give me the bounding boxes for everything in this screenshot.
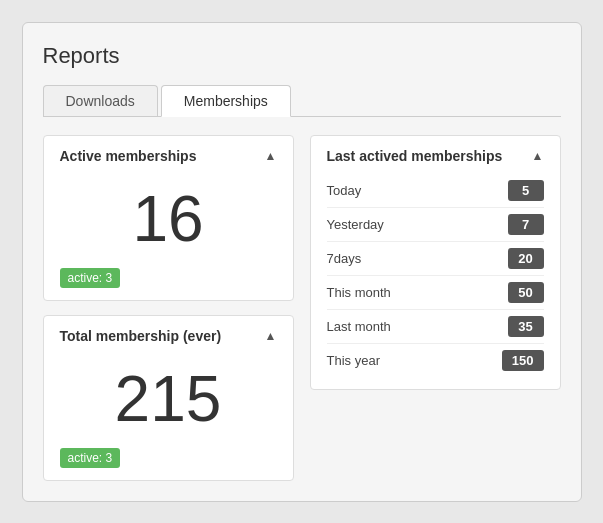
last-actived-title: Last actived memberships [327, 148, 503, 164]
list-item: Today 5 [327, 174, 544, 208]
active-memberships-badge: active: 3 [60, 268, 121, 288]
reports-container: Reports Downloads Memberships Active mem… [22, 22, 582, 502]
total-membership-badge: active: 3 [60, 448, 121, 468]
active-memberships-card: Active memberships ▲ 16 active: 3 [43, 135, 294, 301]
stats-value: 5 [508, 180, 544, 201]
list-item: 7days 20 [327, 242, 544, 276]
right-column: Last actived memberships ▲ Today 5 Yeste… [310, 135, 561, 481]
page-title: Reports [43, 43, 561, 69]
stats-label: Last month [327, 319, 391, 334]
total-membership-header: Total membership (ever) ▲ [60, 328, 277, 344]
content-area: Active memberships ▲ 16 active: 3 Total … [43, 135, 561, 481]
stats-label: Today [327, 183, 362, 198]
stats-value: 50 [508, 282, 544, 303]
active-memberships-header: Active memberships ▲ [60, 148, 277, 164]
tab-memberships[interactable]: Memberships [161, 85, 291, 117]
total-membership-arrow: ▲ [265, 329, 277, 343]
last-actived-arrow: ▲ [532, 149, 544, 163]
stats-list: Today 5 Yesterday 7 7days 20 This month … [327, 174, 544, 377]
stats-label: Yesterday [327, 217, 384, 232]
stats-value: 35 [508, 316, 544, 337]
tab-bar: Downloads Memberships [43, 85, 561, 117]
last-actived-header: Last actived memberships ▲ [327, 148, 544, 164]
stats-label: This year [327, 353, 380, 368]
stats-value: 150 [502, 350, 544, 371]
active-memberships-value: 16 [60, 172, 277, 264]
left-column: Active memberships ▲ 16 active: 3 Total … [43, 135, 294, 481]
list-item: Yesterday 7 [327, 208, 544, 242]
stats-label: This month [327, 285, 391, 300]
tab-downloads[interactable]: Downloads [43, 85, 158, 116]
stats-value: 20 [508, 248, 544, 269]
stats-value: 7 [508, 214, 544, 235]
stats-label: 7days [327, 251, 362, 266]
list-item: Last month 35 [327, 310, 544, 344]
total-membership-card: Total membership (ever) ▲ 215 active: 3 [43, 315, 294, 481]
total-membership-value: 215 [60, 352, 277, 444]
list-item: This month 50 [327, 276, 544, 310]
list-item: This year 150 [327, 344, 544, 377]
total-membership-title: Total membership (ever) [60, 328, 222, 344]
last-actived-card: Last actived memberships ▲ Today 5 Yeste… [310, 135, 561, 390]
active-memberships-title: Active memberships [60, 148, 197, 164]
active-memberships-arrow: ▲ [265, 149, 277, 163]
